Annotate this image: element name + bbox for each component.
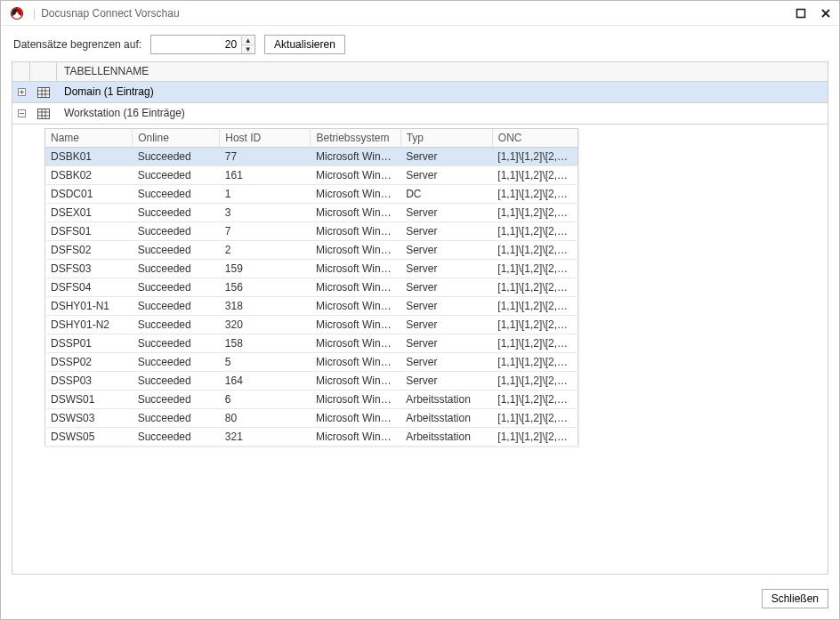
cell-os: Microsoft Wind...	[311, 222, 400, 241]
cell-os: Microsoft Wind...	[311, 185, 400, 204]
app-icon	[10, 6, 24, 20]
cell-typ: Server	[400, 166, 492, 185]
table-row[interactable]: DSFS03Succeeded159Microsoft Wind...Serve…	[45, 260, 578, 278]
column-header-os[interactable]: Betriebssystem	[311, 129, 400, 148]
cell-os: Microsoft Wind...	[311, 409, 400, 428]
cell-hostId: 80	[220, 409, 311, 428]
cell-os: Microsoft Wind...	[311, 372, 400, 391]
cell-typ: Arbeitsstation	[400, 391, 492, 409]
expand-icon[interactable]	[12, 82, 30, 102]
toolbar: Datensätze begrenzen auf: ▲ ▼ Aktualisie…	[1, 26, 839, 61]
table-row[interactable]: DSSP03Succeeded164Microsoft Wind...Serve…	[45, 372, 578, 391]
footer: Schließen	[1, 582, 839, 619]
table-row[interactable]: DSFS01Succeeded7Microsoft Wind...Server[…	[45, 222, 578, 241]
cell-onc: [1,1]\[1,2]\[2,4]\[...	[492, 278, 578, 297]
table-row[interactable]: DSSP02Succeeded5Microsoft Wind...Server[…	[45, 353, 578, 372]
cell-os: Microsoft Wind...	[311, 241, 400, 260]
limit-spinner[interactable]: ▲ ▼	[150, 35, 255, 54]
cell-hostId: 5	[220, 353, 311, 372]
cell-os: Microsoft Wind...	[311, 391, 400, 409]
table-row[interactable]: DSEX01Succeeded3Microsoft Wind...Server[…	[45, 204, 578, 222]
cell-hostId: 156	[220, 278, 311, 297]
column-header-typ[interactable]: Typ	[400, 129, 492, 148]
cell-hostId: 77	[220, 148, 311, 166]
cell-hostId: 318	[220, 297, 311, 316]
table-icon	[30, 103, 57, 124]
cell-name: DSBK02	[45, 166, 133, 185]
column-header-hostId[interactable]: Host ID	[220, 129, 311, 148]
column-header-onc[interactable]: ONC	[492, 129, 578, 148]
limit-label: Datensätze begrenzen auf:	[13, 38, 141, 51]
group-row[interactable]: Workstation (16 Einträge)	[12, 103, 828, 125]
cell-hostId: 1	[220, 185, 311, 204]
group-label: Domain (1 Eintrag)	[57, 82, 828, 102]
table-row[interactable]: DSWS05Succeeded321Microsoft Wind...Arbei…	[45, 428, 578, 447]
svg-rect-8	[37, 109, 49, 118]
cell-os: Microsoft Wind...	[311, 260, 400, 278]
cell-onc: [1,1]\[1,2]\[2,4]\[...	[492, 391, 578, 409]
window-title: Docusnap Connect Vorschau	[41, 7, 179, 20]
cell-online: Succeeded	[133, 166, 220, 185]
cell-name: DSWS01	[45, 391, 133, 409]
cell-online: Succeeded	[133, 391, 220, 409]
cell-online: Succeeded	[133, 241, 220, 260]
spinner-up-icon[interactable]: ▲	[241, 36, 254, 45]
cell-hostId: 321	[220, 428, 311, 447]
svg-point-1	[16, 12, 19, 14]
cell-onc: [1,1]\[1,2]\[2,4]\[...	[492, 409, 578, 428]
cell-name: DSFS04	[45, 278, 133, 297]
cell-hostId: 161	[220, 166, 311, 185]
table-row[interactable]: DSFS02Succeeded2Microsoft Wind...Server[…	[45, 241, 578, 260]
cell-typ: Server	[400, 278, 492, 297]
cell-os: Microsoft Wind...	[311, 278, 400, 297]
cell-hostId: 159	[220, 260, 311, 278]
table-row[interactable]: DSFS04Succeeded156Microsoft Wind...Serve…	[45, 278, 578, 297]
spinner-down-icon[interactable]: ▼	[241, 45, 254, 53]
cell-typ: Server	[400, 353, 492, 372]
table-row[interactable]: DSHY01-N2Succeeded320Microsoft Wind...Se…	[45, 316, 578, 334]
column-header-name[interactable]: Name	[45, 129, 133, 148]
maximize-icon[interactable]	[793, 5, 809, 21]
cell-os: Microsoft Wind...	[311, 148, 400, 166]
table-row[interactable]: DSWS01Succeeded6Microsoft Wind...Arbeits…	[45, 391, 578, 409]
group-row[interactable]: Domain (1 Eintrag)	[12, 82, 828, 103]
table-row[interactable]: DSSP01Succeeded158Microsoft Wind...Serve…	[45, 334, 578, 353]
cell-name: DSBK01	[45, 148, 133, 166]
group-header-label[interactable]: TABELLENNAME	[57, 62, 828, 81]
close-button[interactable]: Schließen	[762, 589, 828, 608]
cell-onc: [1,1]\[1,2]\[2,4]\[...	[492, 372, 578, 391]
table-row[interactable]: DSBK01Succeeded77Microsoft Wind...Server…	[45, 148, 578, 166]
cell-typ: Server	[400, 334, 492, 353]
table-row[interactable]: DSBK02Succeeded161Microsoft Wind...Serve…	[45, 166, 578, 185]
cell-typ: Server	[400, 260, 492, 278]
cell-name: DSSP03	[45, 372, 133, 391]
column-header-online[interactable]: Online	[133, 129, 220, 148]
cell-online: Succeeded	[133, 334, 220, 353]
cell-online: Succeeded	[133, 353, 220, 372]
cell-name: DSDC01	[45, 185, 133, 204]
cell-online: Succeeded	[133, 316, 220, 334]
cell-typ: Server	[400, 241, 492, 260]
cell-onc: [1,1]\[1,2]\[2,4]\[...	[492, 185, 578, 204]
limit-input[interactable]	[151, 36, 254, 53]
table-icon	[30, 82, 57, 102]
table-row[interactable]: DSWS03Succeeded80Microsoft Wind...Arbeit…	[45, 409, 578, 428]
cell-online: Succeeded	[133, 204, 220, 222]
collapse-icon[interactable]	[12, 103, 30, 124]
cell-typ: DC	[400, 185, 492, 204]
close-icon[interactable]	[818, 5, 834, 21]
workstation-table: NameOnlineHost IDBetriebssystemTypONCDSB…	[44, 128, 578, 447]
cell-typ: Arbeitsstation	[400, 428, 492, 447]
cell-online: Succeeded	[133, 372, 220, 391]
refresh-button[interactable]: Aktualisieren	[264, 35, 345, 54]
cell-name: DSFS01	[45, 222, 133, 241]
cell-onc: [1,1]\[1,2]\[2,4]\[...	[492, 204, 578, 222]
group-header-row: TABELLENNAME	[12, 62, 828, 82]
cell-hostId: 7	[220, 222, 311, 241]
cell-os: Microsoft Wind...	[311, 166, 400, 185]
cell-name: DSSP02	[45, 353, 133, 372]
cell-hostId: 2	[220, 241, 311, 260]
table-row[interactable]: DSHY01-N1Succeeded318Microsoft Wind...Se…	[45, 297, 578, 316]
cell-name: DSFS03	[45, 260, 133, 278]
table-row[interactable]: DSDC01Succeeded1Microsoft Wind...DC[1,1]…	[45, 185, 578, 204]
